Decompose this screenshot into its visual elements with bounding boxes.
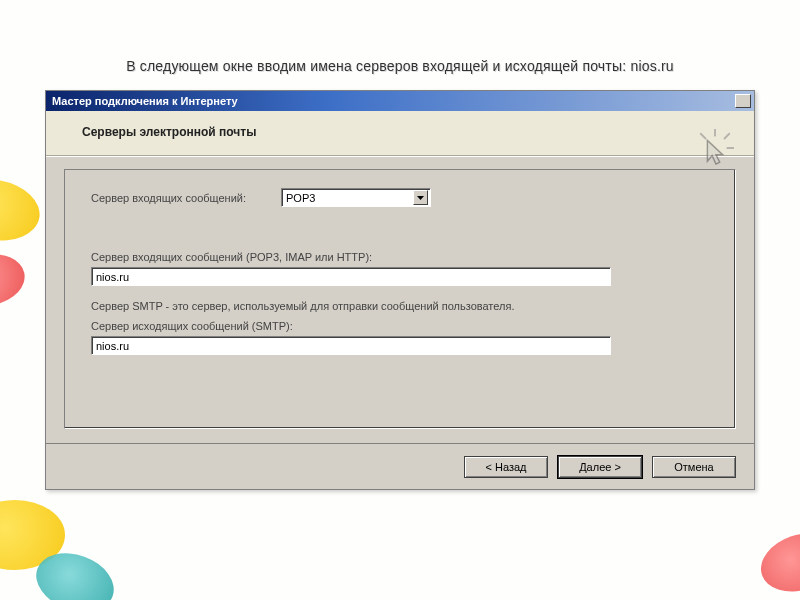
incoming-server-input[interactable] bbox=[91, 267, 611, 286]
slide-caption: В следующем окне вводим имена серверов в… bbox=[0, 58, 800, 74]
chevron-down-icon bbox=[413, 190, 428, 205]
decoration bbox=[0, 248, 29, 311]
titlebar[interactable]: Мастер подключения к Интернету bbox=[46, 91, 754, 111]
incoming-server-label: Сервер входящих сообщений (POP3, IMAP ил… bbox=[91, 251, 709, 263]
slide: В следующем окне вводим имена серверов в… bbox=[0, 0, 800, 600]
cancel-button[interactable]: Отмена bbox=[652, 456, 736, 478]
header-title: Серверы электронной почты bbox=[82, 125, 704, 139]
svg-marker-4 bbox=[417, 196, 424, 200]
smtp-description: Сервер SMTP - это сервер, используемый д… bbox=[91, 300, 709, 312]
dialog-title: Мастер подключения к Интернету bbox=[52, 95, 735, 107]
decoration bbox=[753, 524, 800, 600]
wizard-dialog: Мастер подключения к Интернету Серверы э… bbox=[45, 90, 755, 490]
incoming-type-select[interactable]: POP3 bbox=[281, 188, 431, 207]
next-button[interactable]: Далее > bbox=[558, 456, 642, 478]
close-button[interactable] bbox=[735, 94, 751, 108]
decoration bbox=[0, 173, 45, 248]
outgoing-server-input[interactable] bbox=[91, 336, 611, 355]
dialog-footer: < Назад Далее > Отмена bbox=[46, 443, 754, 489]
cursor-icon bbox=[696, 129, 734, 167]
back-button[interactable]: < Назад bbox=[464, 456, 548, 478]
svg-line-3 bbox=[701, 134, 706, 139]
dialog-header: Серверы электронной почты bbox=[46, 111, 754, 156]
dialog-body: Сервер входящих сообщений: POP3 Сервер в… bbox=[46, 156, 754, 443]
form-panel: Сервер входящих сообщений: POP3 Сервер в… bbox=[64, 169, 736, 429]
outgoing-server-label: Сервер исходящих сообщений (SMTP): bbox=[91, 320, 709, 332]
incoming-type-label: Сервер входящих сообщений: bbox=[91, 192, 281, 204]
svg-line-1 bbox=[725, 134, 730, 139]
incoming-type-row: Сервер входящих сообщений: POP3 bbox=[91, 188, 709, 207]
incoming-type-value: POP3 bbox=[286, 192, 413, 204]
